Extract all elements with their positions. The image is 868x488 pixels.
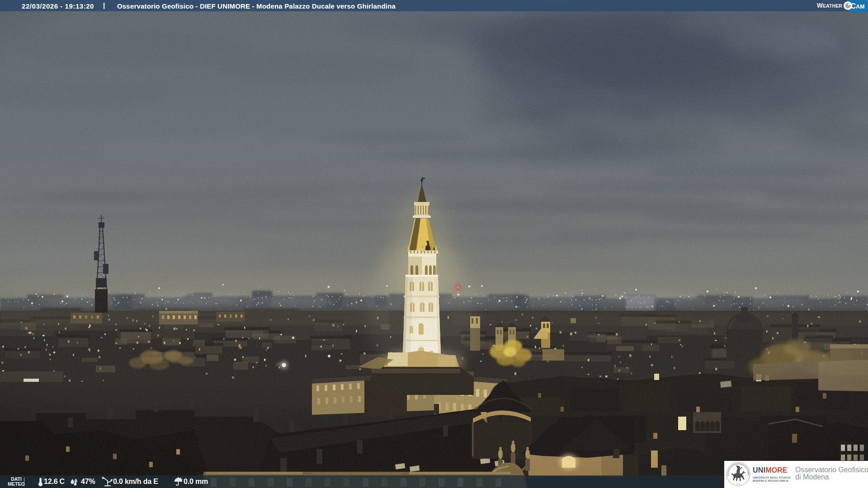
svg-text:di Modena: di Modena	[795, 473, 829, 481]
svg-text:MODENA E REGGIO EMILIA: MODENA E REGGIO EMILIA	[753, 479, 789, 482]
svg-text:1175: 1175	[736, 483, 741, 485]
svg-text:UNIVERSITÀ DEGLI STUDI DI: UNIVERSITÀ DEGLI STUDI DI	[753, 476, 791, 479]
svg-text:Osservatorio Geofisico: Osservatorio Geofisico	[795, 466, 868, 474]
svg-text:UNIMORE: UNIMORE	[753, 466, 788, 474]
